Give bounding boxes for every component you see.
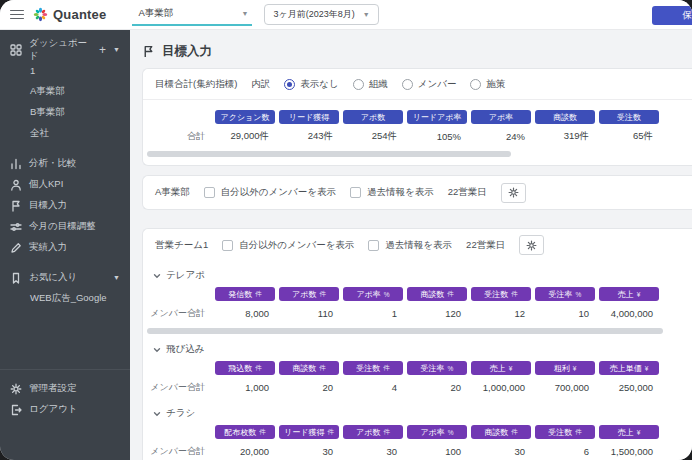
- hamburger-icon[interactable]: [10, 7, 24, 22]
- column-header[interactable]: アポ率%: [407, 425, 467, 439]
- chevron-down-icon: [153, 346, 161, 354]
- summary-card: 目標合計(集約指標) 内訳 表示なし 組織 メンバー: [142, 68, 692, 166]
- column-header[interactable]: 商談数: [535, 110, 595, 124]
- column-header[interactable]: 売上¥: [599, 425, 659, 439]
- column-header[interactable]: リード獲得件: [279, 425, 339, 439]
- chevron-down-icon[interactable]: ▼: [113, 46, 120, 53]
- column-header[interactable]: 売上¥: [599, 287, 659, 301]
- chevron-down-icon: [153, 272, 161, 280]
- summary-card-title: 目標合計(集約指標): [155, 78, 237, 91]
- cell-value: 105%: [405, 131, 469, 142]
- logout-icon: [10, 404, 22, 416]
- column-header[interactable]: 発信数件: [215, 287, 275, 301]
- column-header[interactable]: アポ数: [343, 110, 403, 124]
- sidebar-dashboard-item-a[interactable]: A事業部: [0, 81, 130, 102]
- section-toggle[interactable]: テレアポ: [153, 268, 692, 283]
- goal-section-teleapo: テレアポ 発信数件 アポ数件 アポ率% 商談数件 受注数件 受注率% 売上¥ メ…: [143, 268, 692, 334]
- checkbox-show-past-info[interactable]: 過去情報を表示: [350, 186, 434, 199]
- sidebar-item-actual-input[interactable]: 実績入力: [0, 237, 130, 258]
- app-window: Quantee A事業部 ▼ 3ヶ月前(2023年8月) ▼ 保存 ダッシュボー…: [0, 0, 692, 460]
- radio-organization[interactable]: 組織: [353, 78, 388, 91]
- add-dashboard-icon[interactable]: +: [99, 44, 106, 56]
- sidebar-item-monthly-adjust[interactable]: 今月の目標調整: [0, 216, 130, 237]
- app-logo[interactable]: Quantee: [33, 7, 106, 22]
- column-header[interactable]: 粗利¥: [535, 361, 595, 375]
- chevron-down-icon[interactable]: ▼: [113, 274, 120, 281]
- cell-value: 8,000: [213, 308, 277, 319]
- column-header[interactable]: 売上単価¥: [599, 361, 659, 375]
- sidebar-item-admin-settings[interactable]: 管理者設定: [0, 378, 130, 399]
- horizontal-scrollbar[interactable]: [147, 328, 663, 334]
- sidebar-dashboard-item-b[interactable]: B事業部: [0, 102, 130, 123]
- column-header[interactable]: 受注数件: [535, 425, 595, 439]
- member-total-row: メンバー合計 20,000 30 30 100 30 6 1,500,000: [143, 439, 692, 460]
- horizontal-scrollbar[interactable]: [147, 151, 511, 157]
- column-header[interactable]: 商談数件: [407, 287, 467, 301]
- settings-button[interactable]: [501, 183, 526, 203]
- column-header[interactable]: アクション数: [215, 110, 275, 124]
- sidebar-item-logout[interactable]: ログアウト: [0, 399, 130, 420]
- cell-value: 20: [405, 382, 469, 393]
- cell-value: 20,000: [213, 446, 277, 457]
- checkbox-show-other-members[interactable]: 自分以外のメンバーを表示: [222, 239, 354, 252]
- sidebar-dashboard-item-1[interactable]: 1: [0, 60, 130, 81]
- row-label: メンバー合計: [143, 445, 213, 458]
- radio-icon: [284, 79, 295, 90]
- column-header[interactable]: アポ率%: [343, 287, 403, 301]
- column-header[interactable]: 受注数件: [471, 287, 531, 301]
- column-header[interactable]: リードアポ率: [407, 110, 467, 124]
- sidebar-item-personal-kpi[interactable]: 個人KPI: [0, 174, 130, 195]
- radio-measure[interactable]: 施策: [470, 78, 505, 91]
- radio-icon: [470, 79, 481, 90]
- breakdown-label: 内訳: [251, 78, 270, 91]
- radio-icon: [402, 79, 413, 90]
- column-header[interactable]: アポ数件: [279, 287, 339, 301]
- column-header[interactable]: 売上¥: [471, 361, 531, 375]
- sidebar-item-favorites[interactable]: お気に入り ▼: [0, 267, 130, 288]
- radio-icon: [353, 79, 364, 90]
- column-header[interactable]: 受注数件: [343, 361, 403, 375]
- checkbox-show-other-members[interactable]: 自分以外のメンバーを表示: [204, 186, 336, 199]
- column-header[interactable]: 受注数: [599, 110, 659, 124]
- column-header[interactable]: 商談数件: [279, 361, 339, 375]
- cell-value: 29,000件: [213, 130, 277, 143]
- bookmark-icon: [10, 272, 22, 284]
- column-header[interactable]: アポ率: [471, 110, 531, 124]
- org-select[interactable]: A事業部 ▼: [132, 4, 252, 26]
- cell-value: 4,000,000: [597, 308, 661, 319]
- summary-table-header: アクション数 リード獲得 アポ数 リードアポ率 アポ率 商談数 受注数: [143, 110, 692, 124]
- sidebar: ダッシュボード + ▼ 1 A事業部 B事業部 全社 分析・比較: [0, 30, 130, 460]
- radio-no-display[interactable]: 表示なし: [284, 78, 338, 91]
- column-header[interactable]: 配布枚数件: [215, 425, 275, 439]
- sidebar-item-goal-input[interactable]: 目標入力: [0, 195, 130, 216]
- section-toggle[interactable]: チラシ: [153, 406, 692, 421]
- team-card: 営業チーム1 自分以外のメンバーを表示 過去情報を表示 22営業日: [142, 228, 692, 460]
- bar-chart-icon: [10, 158, 22, 170]
- sidebar-favorite-item[interactable]: WEB広告_Google: [0, 288, 130, 309]
- column-header[interactable]: アポ数件: [343, 425, 403, 439]
- column-header[interactable]: 受注率%: [407, 361, 467, 375]
- cell-value: 120: [405, 308, 469, 319]
- cell-value: 12: [469, 308, 533, 319]
- chevron-down-icon: [153, 410, 161, 418]
- sidebar-dashboard-item-all[interactable]: 全社: [0, 123, 130, 144]
- column-header[interactable]: 商談数件: [471, 425, 531, 439]
- cell-value: 30: [277, 446, 341, 457]
- sidebar-item-dashboard[interactable]: ダッシュボード + ▼: [0, 39, 130, 60]
- row-label: 合計: [143, 130, 213, 143]
- save-button[interactable]: 保存: [652, 6, 692, 25]
- section-toggle[interactable]: 飛び込み: [153, 342, 692, 357]
- checkbox-show-past-info[interactable]: 過去情報を表示: [368, 239, 452, 252]
- column-header[interactable]: 飛込数件: [215, 361, 275, 375]
- sidebar-item-analysis[interactable]: 分析・比較: [0, 153, 130, 174]
- column-header[interactable]: リード獲得: [279, 110, 339, 124]
- radio-member[interactable]: メンバー: [402, 78, 457, 91]
- cell-value: 30: [469, 446, 533, 457]
- cell-value: 254件: [341, 130, 405, 143]
- goal-section-chirashi: チラシ 配布枚数件 リード獲得件 アポ数件 アポ率% 商談数件 受注数件 売上¥…: [143, 406, 692, 460]
- chevron-down-icon: ▼: [241, 10, 248, 17]
- person-icon: [10, 179, 22, 191]
- period-select[interactable]: 3ヶ月前(2023年8月) ▼: [264, 4, 378, 25]
- column-header[interactable]: 受注率%: [535, 287, 595, 301]
- settings-button[interactable]: [519, 235, 544, 255]
